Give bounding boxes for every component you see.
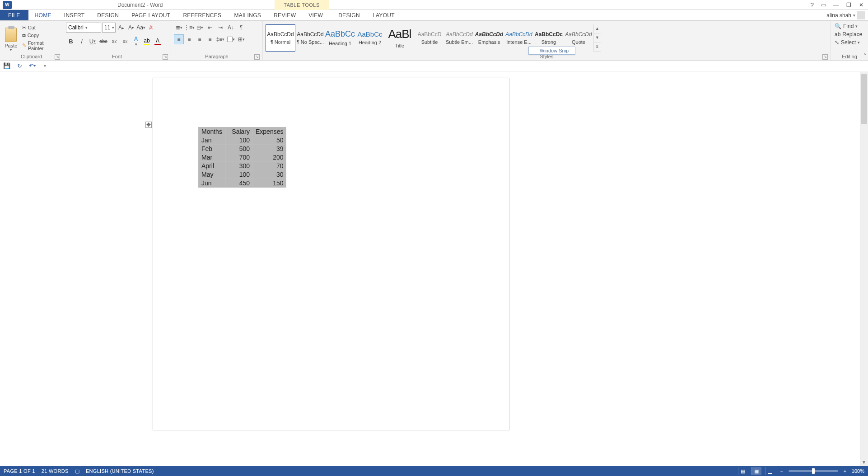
font-color-button[interactable]: A	[153, 36, 163, 46]
table-row[interactable]: Jun450150	[199, 179, 286, 188]
table-cell[interactable]: 100	[226, 170, 253, 179]
select-button[interactable]: ⤡Select▾	[834, 39, 861, 46]
subscript-button[interactable]: x2	[109, 36, 119, 46]
style-item--normal[interactable]: AaBbCcDd¶ Normal	[266, 24, 295, 52]
increase-indent-button[interactable]: ⇥	[215, 23, 225, 33]
tab-table-layout[interactable]: LAYOUT	[366, 10, 401, 20]
zoom-slider[interactable]	[789, 470, 838, 472]
copy-button[interactable]: ⧉Copy	[21, 32, 60, 39]
style-item-subtitle[interactable]: AaBbCcDSubtitle	[415, 24, 444, 52]
style-item-emphasis[interactable]: AaBbCcDdEmphasis	[474, 24, 504, 52]
tab-table-design[interactable]: DESIGN	[332, 10, 366, 20]
vertical-scrollbar[interactable]: ▲ ▼	[860, 72, 868, 466]
collapse-ribbon-button[interactable]: ˄	[863, 53, 866, 59]
tab-insert[interactable]: INSERT	[58, 10, 91, 20]
styles-gallery-scroll[interactable]: ▲▼⊻	[593, 24, 601, 52]
sort-button[interactable]: A↓	[226, 23, 236, 33]
shading-button[interactable]: ▾	[226, 34, 236, 44]
styles-scroll-up-icon[interactable]: ▲	[594, 24, 601, 33]
font-name-combo[interactable]: Calibri▾	[66, 23, 101, 33]
table-row[interactable]: Mar700200	[199, 153, 286, 162]
language-status[interactable]: ENGLISH (UNITED STATES)	[86, 468, 154, 474]
table-header-cell[interactable]: Expenses	[253, 127, 286, 136]
zoom-out-button[interactable]: −	[779, 468, 785, 474]
scroll-thumb[interactable]	[861, 74, 867, 124]
style-item-subtle-em-[interactable]: AaBbCcDdSubtle Em...	[444, 24, 474, 52]
table-row[interactable]: Feb50039	[199, 145, 286, 153]
page-number-status[interactable]: PAGE 1 OF 1	[4, 468, 35, 474]
text-effects-button[interactable]: A▾	[131, 36, 141, 46]
bullets-button[interactable]: ≣▾	[174, 23, 184, 33]
grow-font-button[interactable]: A▴	[117, 23, 126, 32]
minimize-icon[interactable]: —	[831, 1, 841, 9]
multilevel-list-button[interactable]: ⊟▾	[195, 23, 205, 33]
ribbon-display-options-icon[interactable]: ▭	[818, 1, 828, 9]
cut-button[interactable]: ✂Cut	[21, 24, 60, 31]
zoom-in-button[interactable]: +	[842, 468, 848, 474]
table-cell[interactable]: 100	[226, 136, 253, 145]
table-row[interactable]: May10030	[199, 170, 286, 179]
table-cell[interactable]: Jan	[199, 136, 226, 145]
table-header-cell[interactable]: Salary	[226, 127, 253, 136]
document-table[interactable]: MonthsSalaryExpensesJan10050Feb50039Mar7…	[198, 127, 286, 188]
style-item-title[interactable]: AaBlTitle	[385, 24, 415, 52]
table-cell[interactable]: 500	[226, 145, 253, 153]
underline-button[interactable]: U▾	[88, 36, 98, 46]
scroll-down-arrow-icon[interactable]: ▼	[860, 458, 868, 466]
align-right-button[interactable]: ≡	[195, 34, 205, 44]
numbering-button[interactable]: ⋮≡▾	[184, 23, 194, 33]
bold-button[interactable]: B	[66, 36, 76, 46]
user-avatar-icon[interactable]	[857, 11, 865, 19]
clipboard-dialog-launcher[interactable]: ↘	[55, 54, 60, 60]
table-cell[interactable]: Jun	[199, 179, 226, 188]
table-cell[interactable]: 50	[253, 136, 286, 145]
font-size-combo[interactable]: 11▾	[102, 23, 116, 33]
styles-scroll-down-icon[interactable]: ▼	[594, 33, 601, 42]
page[interactable]: ✥ MonthsSalaryExpensesJan10050Feb50039Ma…	[153, 78, 509, 430]
table-cell[interactable]: Feb	[199, 145, 226, 153]
line-spacing-button[interactable]: ‡≡▾	[215, 34, 225, 44]
restore-icon[interactable]: ❐	[844, 1, 854, 9]
zoom-level[interactable]: 100%	[852, 468, 864, 474]
shrink-font-button[interactable]: A▾	[126, 23, 135, 32]
align-left-button[interactable]: ≡	[174, 34, 184, 44]
word-count-status[interactable]: 21 WORDS	[42, 468, 69, 474]
tab-design[interactable]: DESIGN	[91, 10, 125, 20]
document-area[interactable]: ✥ MonthsSalaryExpensesJan10050Feb50039Ma…	[0, 72, 868, 466]
table-cell[interactable]: 30	[253, 170, 286, 179]
change-case-button[interactable]: Aa▾	[136, 23, 145, 32]
clear-formatting-button[interactable]: A̷	[146, 23, 155, 32]
table-cell[interactable]: 200	[253, 153, 286, 162]
styles-dialog-launcher[interactable]: ↘	[822, 54, 828, 60]
repeat-button[interactable]: ↻	[15, 62, 23, 70]
style-item-heading-2[interactable]: AaBbCcHeading 2	[355, 24, 385, 52]
decrease-indent-button[interactable]: ⇤	[205, 23, 215, 33]
paste-button[interactable]: Paste ▾	[3, 24, 19, 52]
help-icon[interactable]: ?	[810, 1, 814, 9]
table-cell[interactable]: Mar	[199, 153, 226, 162]
justify-button[interactable]: ≡	[205, 34, 215, 44]
format-painter-button[interactable]: ✎Format Painter	[21, 40, 60, 52]
tab-home[interactable]: HOME	[28, 10, 58, 20]
font-dialog-launcher[interactable]: ↘	[163, 54, 168, 60]
find-button[interactable]: 🔍Find▾	[834, 23, 859, 30]
align-center-button[interactable]: ≡	[184, 34, 194, 44]
paragraph-dialog-launcher[interactable]: ↘	[254, 54, 260, 60]
table-header-cell[interactable]: Months	[199, 127, 226, 136]
user-name[interactable]: alina shah	[826, 12, 851, 19]
table-cell[interactable]: 39	[253, 145, 286, 153]
replace-button[interactable]: abReplace	[834, 31, 863, 38]
strikethrough-button[interactable]: abc	[98, 36, 108, 46]
tab-view[interactable]: VIEW	[302, 10, 329, 20]
print-layout-view-button[interactable]: ▦	[751, 467, 761, 475]
tab-review[interactable]: REVIEW	[267, 10, 302, 20]
save-button[interactable]: 💾	[3, 62, 11, 70]
table-cell[interactable]: April	[199, 162, 226, 170]
highlight-button[interactable]: ab	[142, 36, 152, 46]
style-item-heading-1[interactable]: AaBbCcHeading 1	[325, 24, 355, 52]
table-cell[interactable]: 300	[226, 162, 253, 170]
italic-button[interactable]: I	[77, 36, 87, 46]
table-row[interactable]: Jan10050	[199, 136, 286, 145]
close-icon[interactable]: ✕	[856, 1, 866, 9]
show-hide-button[interactable]: ¶	[236, 23, 246, 33]
